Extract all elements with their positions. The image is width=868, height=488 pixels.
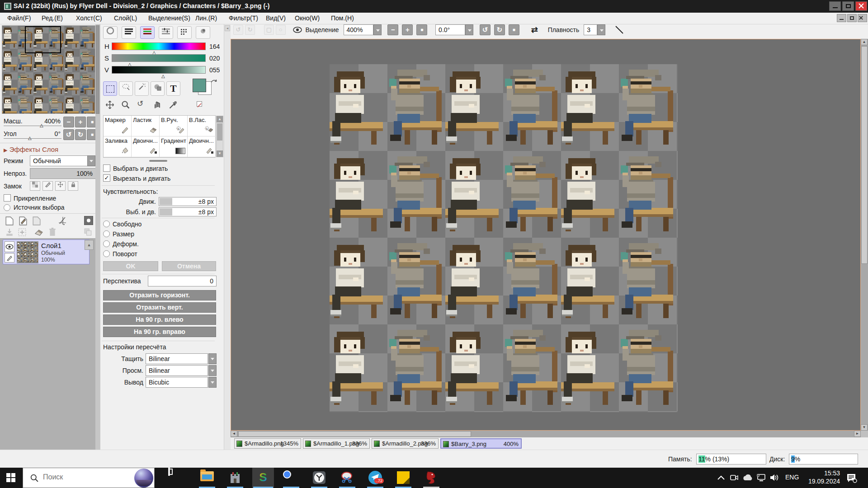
zoom-reset-button[interactable]: ■: [416, 24, 427, 35]
taskbar-telegram[interactable]: ..72: [364, 468, 386, 488]
layer-effects-header[interactable]: ▶ Эффекты Слоя: [4, 145, 58, 153]
layer-row-layer1[interactable]: Слой1 Обычный 100%: [3, 239, 90, 264]
selection-source-radio[interactable]: [4, 204, 10, 211]
menu-filter[interactable]: Фильтр(T): [229, 14, 258, 22]
taskbar-clock-app[interactable]: [308, 468, 330, 488]
value-slider[interactable]: [112, 66, 206, 74]
rotate-90-right-button[interactable]: На 90 гр. вправо: [103, 327, 216, 337]
minimize-button[interactable]: [829, 1, 841, 11]
perspective-input[interactable]: 0: [148, 276, 217, 286]
new-layer-icon[interactable]: [5, 216, 14, 225]
menu-canvas[interactable]: Холст(C): [76, 14, 102, 22]
opacity-slider[interactable]: 100%: [30, 168, 96, 179]
lasso-tool[interactable]: [119, 81, 133, 96]
smoothness-dropdown-icon[interactable]: [597, 24, 605, 35]
scale-transform-radio[interactable]: [103, 230, 110, 237]
volume-icon[interactable]: [769, 474, 779, 482]
menu-line[interactable]: Лин.(R): [195, 14, 217, 22]
tool-grid-scrollbar[interactable]: ▲ ▼: [216, 116, 223, 157]
sel-move-sensitivity-field[interactable]: ±8 px: [159, 207, 217, 216]
select-and-move-checkbox[interactable]: [103, 164, 110, 172]
delete-layer-icon[interactable]: [49, 228, 56, 236]
transparent-color-swatch[interactable]: [197, 101, 202, 107]
drag-quality-dropdown-icon[interactable]: [208, 353, 217, 364]
zoom-combo[interactable]: 400%: [344, 24, 373, 35]
hand-tool-icon[interactable]: [153, 100, 162, 109]
duplicate-layer-icon[interactable]: [84, 228, 92, 236]
rgb-slider-tab[interactable]: [140, 26, 155, 39]
scale-slider[interactable]: [4, 126, 61, 126]
angle-reset-button[interactable]: ■: [509, 24, 519, 35]
angle-cw-button[interactable]: ↻: [75, 129, 86, 140]
menu-file[interactable]: Файл(F): [7, 14, 31, 22]
grey-slider-tab[interactable]: [122, 26, 136, 39]
menu-layer[interactable]: Слой(L): [114, 14, 137, 22]
tab-barry-3-active[interactable]: $Barry_3.png 400%: [440, 438, 522, 449]
tab-armadillo-1[interactable]: $Armadillo_1.png 336%: [303, 438, 370, 449]
zoom-tool-icon[interactable]: [121, 100, 130, 109]
smoothness-combo[interactable]: 3: [584, 24, 597, 35]
tool-binary-pen[interactable]: Двоичн...: [132, 136, 160, 157]
navigator-view-rect[interactable]: [25, 26, 61, 53]
layer-mask-button[interactable]: [84, 216, 93, 225]
cut-and-move-checkbox[interactable]: ✓: [103, 174, 110, 182]
rotate-cw-button[interactable]: ↻: [494, 24, 505, 35]
lock-transparency-button[interactable]: [30, 181, 40, 191]
select-all-icon[interactable]: ▢: [264, 25, 274, 35]
rotate-ccw-button[interactable]: ↺: [480, 24, 491, 35]
notification-center-icon[interactable]: [846, 473, 857, 483]
scale-plus-button[interactable]: +: [75, 117, 86, 127]
output-quality-select[interactable]: Bicubic: [146, 377, 208, 388]
angle-dropdown-icon[interactable]: [465, 24, 473, 35]
tool-marker[interactable]: Маркер: [104, 116, 132, 136]
rotate-transform-radio[interactable]: [103, 250, 110, 257]
menu-selection[interactable]: Выделение(S): [148, 14, 190, 22]
move-sensitivity-field[interactable]: ±8 px: [159, 197, 217, 206]
deselect-icon[interactable]: ○: [276, 25, 286, 35]
guide-tool-icon[interactable]: [58, 216, 68, 225]
search-input[interactable]: [42, 473, 116, 482]
transfer-selection-icon[interactable]: [18, 228, 26, 236]
shape-tool[interactable]: [151, 81, 165, 96]
taskbar-file-explorer[interactable]: [196, 468, 218, 488]
ok-button[interactable]: OK: [103, 261, 158, 271]
canvas-horizontal-scrollbar[interactable]: ◄ ►: [231, 431, 861, 437]
taskbar-snipping-tool[interactable]: [336, 468, 358, 488]
redo-icon[interactable]: ↻: [245, 25, 255, 35]
angle-combo[interactable]: 0.0°: [435, 24, 465, 35]
clock-time[interactable]: 15:53: [807, 469, 840, 477]
hue-slider[interactable]: [112, 42, 206, 50]
move-tool-icon[interactable]: [105, 100, 114, 109]
layer-edit-indicator[interactable]: [5, 253, 14, 263]
mixer-slider-tab[interactable]: [159, 26, 173, 39]
panel-collapse-icon[interactable]: ◄: [225, 25, 230, 31]
rotate-view-icon[interactable]: ↺: [137, 99, 143, 108]
maximize-button[interactable]: [842, 1, 854, 11]
start-button[interactable]: [0, 468, 22, 488]
view-quality-dropdown-icon[interactable]: [208, 365, 217, 376]
saturation-slider[interactable]: [112, 54, 206, 62]
taskbar-game-app[interactable]: [224, 468, 246, 488]
lock-all-button[interactable]: [68, 181, 78, 191]
tool-gradient[interactable]: Градиент: [160, 136, 188, 157]
vertical-scrollbar-thumb[interactable]: [861, 46, 868, 264]
panel-collapse-strip[interactable]: ◄: [224, 24, 231, 450]
taskbar-sticky-notes[interactable]: [392, 468, 414, 488]
zoom-out-button[interactable]: −: [387, 24, 398, 35]
clear-layer-icon[interactable]: [34, 228, 43, 236]
cancel-button[interactable]: Отмена: [162, 261, 216, 271]
search-highlight-image[interactable]: [134, 469, 153, 488]
meet-now-icon[interactable]: [730, 474, 739, 482]
tool-eraser[interactable]: Ластик: [132, 116, 160, 136]
scroll-down-icon[interactable]: ▼: [861, 424, 868, 431]
merge-down-icon[interactable]: [5, 228, 14, 236]
tool-vector-eraser[interactable]: В.Лас.S: [188, 116, 216, 136]
close-button[interactable]: [855, 1, 867, 11]
flip-horizontal-icon[interactable]: ⇄: [531, 25, 538, 35]
menu-edit[interactable]: Ред.(E): [42, 14, 63, 22]
lock-move-button[interactable]: [55, 181, 66, 191]
flip-vertical-button[interactable]: Отразить верт.: [103, 302, 216, 313]
navigator-preview[interactable]: [2, 25, 95, 114]
doc-minimize-button[interactable]: [837, 14, 846, 22]
tool-grid-scrollbar-thumb[interactable]: [217, 123, 222, 141]
